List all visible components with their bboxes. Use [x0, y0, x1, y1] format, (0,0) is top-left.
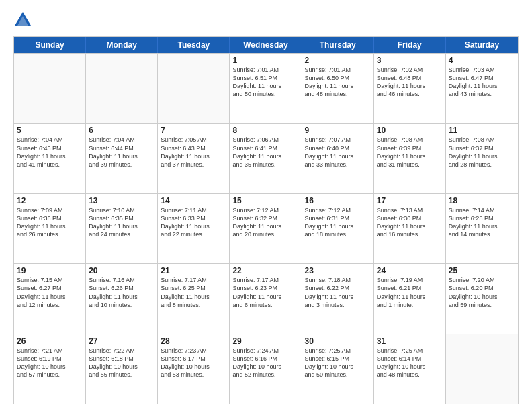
header-day-thursday: Thursday [302, 37, 374, 53]
cell-info: Sunrise: 7:25 AM Sunset: 6:14 PM Dayligh… [377, 347, 443, 379]
day-number: 27 [89, 336, 154, 346]
cell-info: Sunrise: 7:03 AM Sunset: 6:47 PM Dayligh… [449, 66, 515, 99]
day-number: 3 [377, 56, 443, 65]
cal-cell-empty [158, 54, 230, 123]
cell-info: Sunrise: 7:20 AM Sunset: 6:20 PM Dayligh… [449, 276, 515, 309]
cal-cell-day-30: 30Sunrise: 7:25 AM Sunset: 6:15 PM Dayli… [302, 334, 374, 404]
cal-cell-empty [446, 334, 518, 404]
cell-info: Sunrise: 7:15 AM Sunset: 6:27 PM Dayligh… [17, 276, 83, 309]
cal-cell-day-6: 6Sunrise: 7:04 AM Sunset: 6:44 PM Daylig… [86, 124, 158, 193]
cal-cell-day-31: 31Sunrise: 7:25 AM Sunset: 6:14 PM Dayli… [374, 334, 446, 404]
page: SundayMondayTuesdayWednesdayThursdayFrid… [0, 0, 532, 411]
cell-info: Sunrise: 7:09 AM Sunset: 6:36 PM Dayligh… [17, 206, 83, 239]
header-day-saturday: Saturday [446, 37, 518, 53]
day-number: 8 [232, 126, 298, 135]
cell-info: Sunrise: 7:05 AM Sunset: 6:43 PM Dayligh… [161, 136, 226, 169]
cal-cell-day-28: 28Sunrise: 7:23 AM Sunset: 6:17 PM Dayli… [158, 334, 230, 404]
cal-cell-day-10: 10Sunrise: 7:08 AM Sunset: 6:39 PM Dayli… [374, 124, 446, 193]
cal-row-2: 12Sunrise: 7:09 AM Sunset: 6:36 PM Dayli… [14, 193, 518, 263]
cal-cell-day-25: 25Sunrise: 7:20 AM Sunset: 6:20 PM Dayli… [446, 264, 518, 333]
day-number: 28 [161, 336, 226, 346]
header-day-wednesday: Wednesday [230, 37, 302, 53]
day-number: 24 [377, 266, 443, 275]
cal-row-1: 5Sunrise: 7:04 AM Sunset: 6:45 PM Daylig… [14, 123, 518, 193]
cal-cell-day-29: 29Sunrise: 7:24 AM Sunset: 6:16 PM Dayli… [230, 334, 302, 404]
logo [13, 11, 35, 30]
cal-cell-day-22: 22Sunrise: 7:17 AM Sunset: 6:23 PM Dayli… [230, 264, 302, 333]
day-number: 10 [377, 126, 443, 135]
cal-cell-day-27: 27Sunrise: 7:22 AM Sunset: 6:18 PM Dayli… [86, 334, 158, 404]
calendar-header: SundayMondayTuesdayWednesdayThursdayFrid… [14, 37, 518, 53]
header [13, 11, 519, 30]
cal-cell-day-9: 9Sunrise: 7:07 AM Sunset: 6:40 PM Daylig… [302, 124, 374, 193]
cell-info: Sunrise: 7:17 AM Sunset: 6:25 PM Dayligh… [161, 276, 226, 309]
cal-row-3: 19Sunrise: 7:15 AM Sunset: 6:27 PM Dayli… [14, 263, 518, 333]
cal-cell-day-18: 18Sunrise: 7:14 AM Sunset: 6:28 PM Dayli… [446, 194, 518, 263]
cell-info: Sunrise: 7:07 AM Sunset: 6:40 PM Dayligh… [305, 136, 371, 169]
day-number: 14 [161, 196, 226, 205]
cal-cell-day-20: 20Sunrise: 7:16 AM Sunset: 6:26 PM Dayli… [86, 264, 158, 333]
day-number: 1 [232, 56, 298, 65]
day-number: 6 [89, 126, 154, 135]
day-number: 5 [17, 126, 83, 135]
cal-cell-day-11: 11Sunrise: 7:08 AM Sunset: 6:37 PM Dayli… [446, 124, 518, 193]
cal-cell-empty [14, 54, 86, 123]
cell-info: Sunrise: 7:04 AM Sunset: 6:45 PM Dayligh… [17, 136, 83, 169]
cell-info: Sunrise: 7:13 AM Sunset: 6:30 PM Dayligh… [377, 206, 443, 239]
cal-cell-day-7: 7Sunrise: 7:05 AM Sunset: 6:43 PM Daylig… [158, 124, 230, 193]
cal-cell-day-13: 13Sunrise: 7:10 AM Sunset: 6:35 PM Dayli… [86, 194, 158, 263]
cal-cell-day-17: 17Sunrise: 7:13 AM Sunset: 6:30 PM Dayli… [374, 194, 446, 263]
cal-cell-day-14: 14Sunrise: 7:11 AM Sunset: 6:33 PM Dayli… [158, 194, 230, 263]
cal-cell-empty [86, 54, 158, 123]
cell-info: Sunrise: 7:18 AM Sunset: 6:22 PM Dayligh… [305, 276, 371, 309]
cell-info: Sunrise: 7:14 AM Sunset: 6:28 PM Dayligh… [449, 206, 515, 239]
cell-info: Sunrise: 7:24 AM Sunset: 6:16 PM Dayligh… [232, 347, 298, 379]
day-number: 12 [17, 196, 83, 205]
cal-cell-day-12: 12Sunrise: 7:09 AM Sunset: 6:36 PM Dayli… [14, 194, 86, 263]
day-number: 18 [449, 196, 515, 205]
day-number: 11 [449, 126, 515, 135]
cal-cell-day-16: 16Sunrise: 7:12 AM Sunset: 6:31 PM Dayli… [302, 194, 374, 263]
cell-info: Sunrise: 7:25 AM Sunset: 6:15 PM Dayligh… [305, 347, 371, 379]
day-number: 9 [305, 126, 371, 135]
cell-info: Sunrise: 7:12 AM Sunset: 6:31 PM Dayligh… [305, 206, 371, 239]
header-day-friday: Friday [374, 37, 446, 53]
cell-info: Sunrise: 7:17 AM Sunset: 6:23 PM Dayligh… [232, 276, 298, 309]
cal-cell-day-19: 19Sunrise: 7:15 AM Sunset: 6:27 PM Dayli… [14, 264, 86, 333]
day-number: 13 [89, 196, 154, 205]
cell-info: Sunrise: 7:22 AM Sunset: 6:18 PM Dayligh… [89, 347, 154, 379]
cell-info: Sunrise: 7:11 AM Sunset: 6:33 PM Dayligh… [161, 206, 226, 239]
cell-info: Sunrise: 7:10 AM Sunset: 6:35 PM Dayligh… [89, 206, 154, 239]
cell-info: Sunrise: 7:16 AM Sunset: 6:26 PM Dayligh… [89, 276, 154, 309]
cal-cell-day-23: 23Sunrise: 7:18 AM Sunset: 6:22 PM Dayli… [302, 264, 374, 333]
cal-row-0: 1Sunrise: 7:01 AM Sunset: 6:51 PM Daylig… [14, 53, 518, 123]
cell-info: Sunrise: 7:19 AM Sunset: 6:21 PM Dayligh… [377, 276, 443, 309]
day-number: 7 [161, 126, 226, 135]
cell-info: Sunrise: 7:08 AM Sunset: 6:37 PM Dayligh… [449, 136, 515, 169]
cell-info: Sunrise: 7:06 AM Sunset: 6:41 PM Dayligh… [232, 136, 298, 169]
cell-info: Sunrise: 7:01 AM Sunset: 6:51 PM Dayligh… [232, 66, 298, 99]
cal-cell-day-21: 21Sunrise: 7:17 AM Sunset: 6:25 PM Dayli… [158, 264, 230, 333]
cell-info: Sunrise: 7:02 AM Sunset: 6:48 PM Dayligh… [377, 66, 443, 99]
day-number: 22 [232, 266, 298, 275]
cal-cell-day-8: 8Sunrise: 7:06 AM Sunset: 6:41 PM Daylig… [230, 124, 302, 193]
day-number: 2 [305, 56, 371, 65]
header-day-sunday: Sunday [14, 37, 86, 53]
cal-cell-day-1: 1Sunrise: 7:01 AM Sunset: 6:51 PM Daylig… [230, 54, 302, 123]
cal-cell-day-4: 4Sunrise: 7:03 AM Sunset: 6:47 PM Daylig… [446, 54, 518, 123]
cell-info: Sunrise: 7:01 AM Sunset: 6:50 PM Dayligh… [305, 66, 371, 99]
day-number: 25 [449, 266, 515, 275]
header-day-monday: Monday [86, 37, 158, 53]
cal-cell-day-26: 26Sunrise: 7:21 AM Sunset: 6:19 PM Dayli… [14, 334, 86, 404]
day-number: 19 [17, 266, 83, 275]
cell-info: Sunrise: 7:08 AM Sunset: 6:39 PM Dayligh… [377, 136, 443, 169]
cell-info: Sunrise: 7:23 AM Sunset: 6:17 PM Dayligh… [161, 347, 226, 379]
day-number: 17 [377, 196, 443, 205]
cal-cell-day-24: 24Sunrise: 7:19 AM Sunset: 6:21 PM Dayli… [374, 264, 446, 333]
day-number: 21 [161, 266, 226, 275]
calendar-body: 1Sunrise: 7:01 AM Sunset: 6:51 PM Daylig… [14, 53, 518, 404]
header-day-tuesday: Tuesday [158, 37, 230, 53]
cal-row-4: 26Sunrise: 7:21 AM Sunset: 6:19 PM Dayli… [14, 334, 518, 404]
day-number: 20 [89, 266, 154, 275]
day-number: 16 [305, 196, 371, 205]
